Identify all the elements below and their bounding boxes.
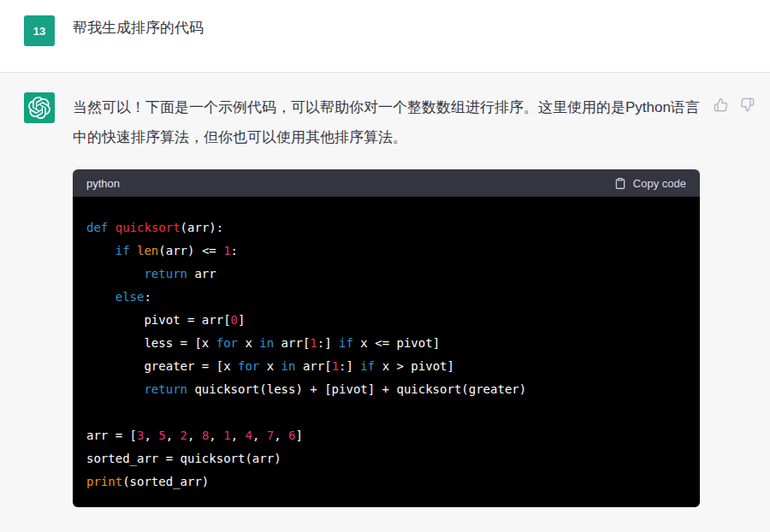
openai-logo-icon [28,97,50,119]
thumbs-down-button[interactable] [740,98,755,112]
assistant-message-row: 当然可以！下面是一个示例代码，可以帮助你对一个整数数组进行排序。这里使用的是Py… [0,73,770,532]
code-block: python Copy code def quicksort(arr): if … [73,169,700,507]
chat-thread: 13 帮我生成排序的代码 当然可以！下面是一个示例代码，可以帮助你对一个整数数组… [0,0,770,532]
thumbs-up-button[interactable] [714,98,728,112]
thumbs-down-icon [740,98,755,112]
message-actions [714,92,755,112]
code-content[interactable]: def quicksort(arr): if len(arr) <= 1: re… [73,197,700,507]
user-message-text: 帮我生成排序的代码 [73,15,204,39]
clipboard-icon [614,177,626,190]
copy-code-button[interactable]: Copy code [614,177,686,190]
copy-code-label: Copy code [633,177,686,190]
assistant-message-text: 当然可以！下面是一个示例代码，可以帮助你对一个整数数组进行排序。这里使用的是Py… [73,92,700,152]
assistant-message-content: 当然可以！下面是一个示例代码，可以帮助你对一个整数数组进行排序。这里使用的是Py… [73,92,700,507]
code-block-header: python Copy code [73,169,700,197]
user-avatar: 13 [24,15,55,46]
assistant-avatar [24,92,55,123]
code-language-label: python [86,177,120,190]
thumbs-up-icon [714,98,728,112]
user-message-row: 13 帮我生成排序的代码 [0,0,770,73]
